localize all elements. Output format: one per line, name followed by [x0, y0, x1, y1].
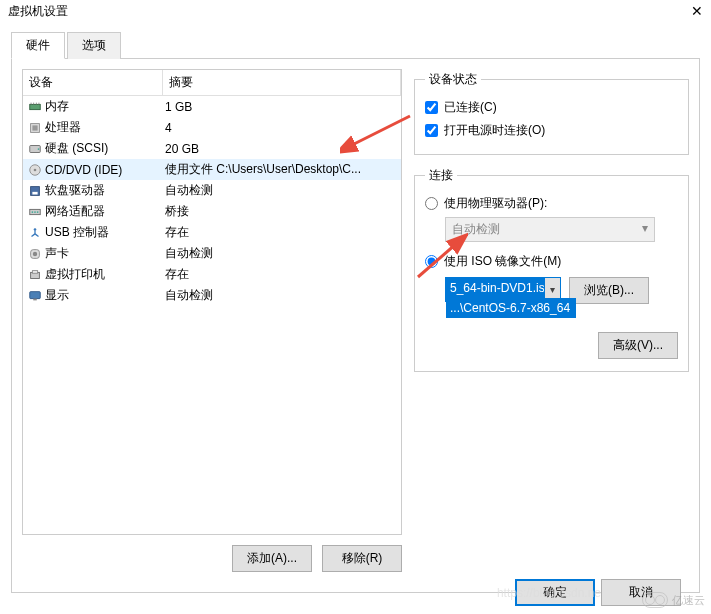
add-button[interactable]: 添加(A)... — [232, 545, 312, 572]
advanced-row: 高级(V)... — [425, 332, 678, 359]
connected-label: 已连接(C) — [444, 99, 497, 116]
left-button-row: 添加(A)... 移除(R) — [22, 535, 402, 582]
device-row[interactable]: 硬盘 (SCSI)20 GB — [23, 138, 401, 159]
device-status-legend: 设备状态 — [425, 71, 481, 88]
device-summary: 20 GB — [163, 142, 401, 156]
device-summary: 桥接 — [163, 203, 401, 220]
svg-point-10 — [34, 168, 37, 171]
device-icon — [23, 100, 43, 114]
device-name: 显示 — [43, 287, 163, 304]
device-row[interactable]: 处理器4 — [23, 117, 401, 138]
device-name: CD/DVD (IDE) — [43, 163, 163, 177]
device-icon — [23, 163, 43, 177]
device-icon — [23, 247, 43, 261]
iso-dropdown-item[interactable]: ...\CentOS-6.7-x86_64 — [446, 298, 576, 318]
device-icon — [23, 121, 43, 135]
svg-line-19 — [32, 233, 36, 236]
svg-rect-0 — [30, 104, 41, 109]
connection-group: 连接 使用物理驱动器(P): 自动检测 使用 ISO 镜像文件(M) 5_64-… — [414, 167, 689, 372]
device-row[interactable]: 显示自动检测 — [23, 285, 401, 306]
remove-button[interactable]: 移除(R) — [322, 545, 402, 572]
device-row[interactable]: 声卡自动检测 — [23, 243, 401, 264]
blog-watermark: https://blog.csdn.ne — [497, 586, 601, 600]
iso-radio[interactable] — [425, 255, 438, 268]
browse-button[interactable]: 浏览(B)... — [569, 277, 649, 304]
svg-point-15 — [34, 211, 36, 213]
advanced-button[interactable]: 高级(V)... — [598, 332, 678, 359]
svg-rect-25 — [33, 298, 37, 300]
iso-combo[interactable]: 5_64-bin-DVD1.iso ▾ ...\CentOS-6.7-x86_6… — [445, 277, 561, 302]
connect-power-checkbox[interactable] — [425, 124, 438, 137]
svg-rect-24 — [30, 291, 41, 298]
iso-radio-row[interactable]: 使用 ISO 镜像文件(M) — [425, 250, 678, 273]
device-row[interactable]: 网络适配器桥接 — [23, 201, 401, 222]
svg-rect-6 — [32, 125, 37, 130]
device-row[interactable]: 软盘驱动器自动检测 — [23, 180, 401, 201]
device-table: 设备 摘要 内存1 GB处理器4硬盘 (SCSI)20 GBCD/DVD (ID… — [22, 69, 402, 535]
device-icon — [23, 142, 43, 156]
table-header: 设备 摘要 — [23, 70, 401, 96]
connect-power-label: 打开电源时连接(O) — [444, 122, 545, 139]
dialog-body: 硬件 选项 设备 摘要 内存1 GB处理器4硬盘 (SCSI)20 GBCD/D… — [0, 22, 711, 594]
device-name: USB 控制器 — [43, 224, 163, 241]
header-summary[interactable]: 摘要 — [163, 70, 401, 95]
physical-drive-radio[interactable] — [425, 197, 438, 210]
physical-drive-label: 使用物理驱动器(P): — [444, 195, 547, 212]
device-name: 硬盘 (SCSI) — [43, 140, 163, 157]
tab-strip: 硬件 选项 — [11, 31, 700, 59]
iso-row: 5_64-bin-DVD1.iso ▾ ...\CentOS-6.7-x86_6… — [445, 277, 678, 304]
device-status-group: 设备状态 已连接(C) 打开电源时连接(O) — [414, 71, 689, 155]
device-name: 内存 — [43, 98, 163, 115]
device-name: 网络适配器 — [43, 203, 163, 220]
svg-rect-2 — [33, 102, 34, 104]
tab-hardware[interactable]: 硬件 — [11, 32, 65, 59]
connect-power-checkbox-row[interactable]: 打开电源时连接(O) — [425, 119, 678, 142]
device-summary: 使用文件 C:\Users\User\Desktop\C... — [163, 161, 401, 178]
connection-legend: 连接 — [425, 167, 457, 184]
device-icon — [23, 268, 43, 282]
physical-drive-radio-row[interactable]: 使用物理驱动器(P): — [425, 192, 678, 215]
watermark-text: 亿速云 — [672, 593, 705, 608]
device-summary: 4 — [163, 121, 401, 135]
svg-point-14 — [32, 211, 34, 213]
svg-point-8 — [38, 148, 40, 150]
device-summary: 存在 — [163, 266, 401, 283]
device-rows: 内存1 GB处理器4硬盘 (SCSI)20 GBCD/DVD (IDE)使用文件… — [23, 96, 401, 306]
device-summary: 自动检测 — [163, 182, 401, 199]
device-row[interactable]: CD/DVD (IDE)使用文件 C:\Users\User\Desktop\C… — [23, 159, 401, 180]
svg-point-16 — [37, 211, 39, 213]
connected-checkbox[interactable] — [425, 101, 438, 114]
tab-content: 设备 摘要 内存1 GB处理器4硬盘 (SCSI)20 GBCD/DVD (ID… — [11, 59, 700, 593]
device-icon — [23, 289, 43, 303]
tab-options[interactable]: 选项 — [67, 32, 121, 59]
svg-rect-1 — [31, 102, 32, 104]
device-summary: 自动检测 — [163, 287, 401, 304]
device-icon — [23, 205, 43, 219]
device-summary: 1 GB — [163, 100, 401, 114]
device-row[interactable]: USB 控制器存在 — [23, 222, 401, 243]
watermark: 亿速云 — [642, 592, 705, 608]
connected-checkbox-row[interactable]: 已连接(C) — [425, 96, 678, 119]
svg-rect-3 — [36, 102, 37, 104]
device-name: 虚拟打印机 — [43, 266, 163, 283]
device-name: 软盘驱动器 — [43, 182, 163, 199]
header-device[interactable]: 设备 — [23, 70, 163, 95]
device-name: 处理器 — [43, 119, 163, 136]
window-title: 虚拟机设置 — [8, 3, 68, 20]
watermark-logo-icon — [642, 592, 668, 608]
right-column: 设备状态 已连接(C) 打开电源时连接(O) 连接 使用物理驱动器(P): 自动… — [414, 69, 689, 582]
svg-rect-4 — [39, 102, 40, 104]
iso-label: 使用 ISO 镜像文件(M) — [444, 253, 561, 270]
title-bar: 虚拟机设置 ✕ — [0, 0, 711, 22]
left-column: 设备 摘要 内存1 GB处理器4硬盘 (SCSI)20 GBCD/DVD (ID… — [22, 69, 402, 582]
svg-rect-12 — [32, 191, 37, 194]
svg-point-21 — [33, 251, 37, 255]
svg-rect-23 — [32, 270, 37, 273]
close-icon[interactable]: ✕ — [691, 3, 703, 19]
physical-drive-combo: 自动检测 — [445, 217, 655, 242]
device-icon — [23, 226, 43, 240]
device-summary: 自动检测 — [163, 245, 401, 262]
device-row[interactable]: 内存1 GB — [23, 96, 401, 117]
device-row[interactable]: 虚拟打印机存在 — [23, 264, 401, 285]
svg-line-20 — [35, 233, 39, 236]
